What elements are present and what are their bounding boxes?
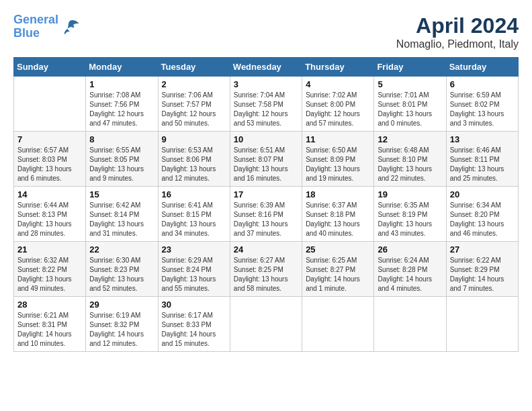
day-info: Sunrise: 6:37 AM Sunset: 8:18 PM Dayligh… bbox=[306, 201, 370, 238]
day-number: 19 bbox=[378, 189, 442, 199]
calendar-cell: 15Sunrise: 6:42 AM Sunset: 8:14 PM Dayli… bbox=[86, 187, 158, 242]
day-number: 12 bbox=[378, 134, 442, 144]
calendar-week-row: 14Sunrise: 6:44 AM Sunset: 8:13 PM Dayli… bbox=[14, 187, 519, 242]
calendar-table: SundayMondayTuesdayWednesdayThursdayFrid… bbox=[13, 57, 519, 352]
calendar-cell: 1Sunrise: 7:08 AM Sunset: 7:56 PM Daylig… bbox=[86, 77, 158, 132]
calendar-cell: 2Sunrise: 7:06 AM Sunset: 7:57 PM Daylig… bbox=[158, 77, 230, 132]
main-title: April 2024 bbox=[396, 13, 519, 38]
day-number: 21 bbox=[17, 244, 82, 255]
day-number: 4 bbox=[306, 79, 370, 89]
day-number: 7 bbox=[17, 134, 82, 144]
day-info: Sunrise: 6:35 AM Sunset: 8:19 PM Dayligh… bbox=[378, 201, 442, 238]
day-info: Sunrise: 6:48 AM Sunset: 8:10 PM Dayligh… bbox=[378, 146, 442, 183]
calendar-header: SundayMondayTuesdayWednesdayThursdayFrid… bbox=[14, 58, 519, 77]
calendar-cell: 3Sunrise: 7:04 AM Sunset: 7:58 PM Daylig… bbox=[230, 77, 302, 132]
day-number: 6 bbox=[450, 79, 515, 89]
day-number: 16 bbox=[162, 189, 226, 199]
day-info: Sunrise: 6:44 AM Sunset: 8:13 PM Dayligh… bbox=[17, 201, 82, 238]
day-info: Sunrise: 7:06 AM Sunset: 7:57 PM Dayligh… bbox=[162, 91, 226, 128]
day-info: Sunrise: 6:27 AM Sunset: 8:25 PM Dayligh… bbox=[234, 256, 298, 293]
day-number: 11 bbox=[306, 134, 370, 144]
day-info: Sunrise: 6:24 AM Sunset: 8:28 PM Dayligh… bbox=[378, 256, 442, 293]
weekday-header-friday: Friday bbox=[374, 58, 446, 77]
day-info: Sunrise: 6:25 AM Sunset: 8:27 PM Dayligh… bbox=[306, 256, 370, 293]
day-info: Sunrise: 6:53 AM Sunset: 8:06 PM Dayligh… bbox=[162, 146, 226, 183]
calendar-cell: 13Sunrise: 6:46 AM Sunset: 8:11 PM Dayli… bbox=[446, 132, 518, 187]
day-number: 1 bbox=[89, 79, 154, 89]
calendar-cell: 18Sunrise: 6:37 AM Sunset: 8:18 PM Dayli… bbox=[302, 187, 374, 242]
calendar-cell: 19Sunrise: 6:35 AM Sunset: 8:19 PM Dayli… bbox=[374, 187, 446, 242]
day-number: 9 bbox=[162, 134, 226, 144]
day-number: 26 bbox=[378, 244, 442, 255]
calendar-cell: 5Sunrise: 7:01 AM Sunset: 8:01 PM Daylig… bbox=[374, 77, 446, 132]
subtitle: Nomaglio, Piedmont, Italy bbox=[396, 38, 519, 50]
day-info: Sunrise: 6:51 AM Sunset: 8:07 PM Dayligh… bbox=[234, 146, 298, 183]
day-number: 5 bbox=[378, 79, 442, 89]
calendar-cell bbox=[302, 297, 374, 352]
day-number: 29 bbox=[89, 300, 154, 310]
calendar-cell: 16Sunrise: 6:41 AM Sunset: 8:15 PM Dayli… bbox=[158, 187, 230, 242]
calendar-cell: 21Sunrise: 6:32 AM Sunset: 8:22 PM Dayli… bbox=[14, 242, 86, 297]
calendar-week-row: 21Sunrise: 6:32 AM Sunset: 8:22 PM Dayli… bbox=[14, 242, 519, 297]
calendar-cell: 23Sunrise: 6:29 AM Sunset: 8:24 PM Dayli… bbox=[158, 242, 230, 297]
day-info: Sunrise: 6:19 AM Sunset: 8:32 PM Dayligh… bbox=[89, 311, 154, 349]
day-info: Sunrise: 7:02 AM Sunset: 8:00 PM Dayligh… bbox=[306, 91, 370, 128]
calendar-week-row: 7Sunrise: 6:57 AM Sunset: 8:03 PM Daylig… bbox=[14, 132, 519, 187]
logo-line1: General bbox=[13, 13, 58, 26]
logo: General Blue bbox=[13, 13, 80, 40]
calendar-cell: 9Sunrise: 6:53 AM Sunset: 8:06 PM Daylig… bbox=[158, 132, 230, 187]
day-info: Sunrise: 6:50 AM Sunset: 8:09 PM Dayligh… bbox=[306, 146, 370, 183]
calendar-cell: 30Sunrise: 6:17 AM Sunset: 8:33 PM Dayli… bbox=[158, 297, 230, 352]
calendar-body: 1Sunrise: 7:08 AM Sunset: 7:56 PM Daylig… bbox=[14, 77, 519, 352]
calendar-cell: 22Sunrise: 6:30 AM Sunset: 8:23 PM Dayli… bbox=[86, 242, 158, 297]
calendar-cell bbox=[230, 297, 302, 352]
weekday-header-monday: Monday bbox=[86, 58, 158, 77]
title-section: April 2024 Nomaglio, Piedmont, Italy bbox=[396, 13, 519, 50]
calendar-cell: 6Sunrise: 6:59 AM Sunset: 8:02 PM Daylig… bbox=[446, 77, 518, 132]
calendar-cell: 28Sunrise: 6:21 AM Sunset: 8:31 PM Dayli… bbox=[14, 297, 86, 352]
day-info: Sunrise: 6:39 AM Sunset: 8:16 PM Dayligh… bbox=[234, 201, 298, 238]
day-info: Sunrise: 6:32 AM Sunset: 8:22 PM Dayligh… bbox=[17, 256, 82, 293]
logo-line2: Blue bbox=[13, 26, 40, 40]
calendar-cell: 7Sunrise: 6:57 AM Sunset: 8:03 PM Daylig… bbox=[14, 132, 86, 187]
day-info: Sunrise: 7:04 AM Sunset: 7:58 PM Dayligh… bbox=[234, 91, 298, 128]
calendar-cell bbox=[446, 297, 518, 352]
calendar-cell: 20Sunrise: 6:34 AM Sunset: 8:20 PM Dayli… bbox=[446, 187, 518, 242]
logo-bird-icon bbox=[60, 17, 80, 37]
day-number: 30 bbox=[162, 300, 226, 310]
weekday-header-tuesday: Tuesday bbox=[158, 58, 230, 77]
day-number: 23 bbox=[162, 244, 226, 255]
day-number: 24 bbox=[234, 244, 298, 255]
day-info: Sunrise: 6:21 AM Sunset: 8:31 PM Dayligh… bbox=[17, 311, 82, 349]
weekday-header-thursday: Thursday bbox=[302, 58, 374, 77]
day-info: Sunrise: 6:34 AM Sunset: 8:20 PM Dayligh… bbox=[450, 201, 515, 238]
day-number: 18 bbox=[306, 189, 370, 199]
day-number: 15 bbox=[89, 189, 154, 199]
day-info: Sunrise: 6:55 AM Sunset: 8:05 PM Dayligh… bbox=[89, 146, 154, 183]
day-number: 2 bbox=[162, 79, 226, 89]
day-number: 20 bbox=[450, 189, 515, 199]
calendar-cell: 11Sunrise: 6:50 AM Sunset: 8:09 PM Dayli… bbox=[302, 132, 374, 187]
day-info: Sunrise: 6:22 AM Sunset: 8:29 PM Dayligh… bbox=[450, 256, 515, 293]
logo-text: General Blue bbox=[13, 13, 58, 40]
day-info: Sunrise: 6:57 AM Sunset: 8:03 PM Dayligh… bbox=[17, 146, 82, 183]
day-info: Sunrise: 6:30 AM Sunset: 8:23 PM Dayligh… bbox=[89, 256, 154, 293]
calendar-cell: 12Sunrise: 6:48 AM Sunset: 8:10 PM Dayli… bbox=[374, 132, 446, 187]
day-number: 27 bbox=[450, 244, 515, 255]
weekday-header-wednesday: Wednesday bbox=[230, 58, 302, 77]
calendar-week-row: 28Sunrise: 6:21 AM Sunset: 8:31 PM Dayli… bbox=[14, 297, 519, 352]
day-info: Sunrise: 7:08 AM Sunset: 7:56 PM Dayligh… bbox=[89, 91, 154, 128]
calendar-cell: 29Sunrise: 6:19 AM Sunset: 8:32 PM Dayli… bbox=[86, 297, 158, 352]
day-info: Sunrise: 6:17 AM Sunset: 8:33 PM Dayligh… bbox=[162, 311, 226, 349]
day-number: 3 bbox=[234, 79, 298, 89]
weekday-header-saturday: Saturday bbox=[446, 58, 518, 77]
calendar-cell: 10Sunrise: 6:51 AM Sunset: 8:07 PM Dayli… bbox=[230, 132, 302, 187]
calendar-cell: 27Sunrise: 6:22 AM Sunset: 8:29 PM Dayli… bbox=[446, 242, 518, 297]
calendar-cell bbox=[374, 297, 446, 352]
calendar-cell: 8Sunrise: 6:55 AM Sunset: 8:05 PM Daylig… bbox=[86, 132, 158, 187]
calendar-cell: 17Sunrise: 6:39 AM Sunset: 8:16 PM Dayli… bbox=[230, 187, 302, 242]
calendar-cell bbox=[14, 77, 86, 132]
day-number: 10 bbox=[234, 134, 298, 144]
weekday-header-sunday: Sunday bbox=[14, 58, 86, 77]
calendar-cell: 14Sunrise: 6:44 AM Sunset: 8:13 PM Dayli… bbox=[14, 187, 86, 242]
